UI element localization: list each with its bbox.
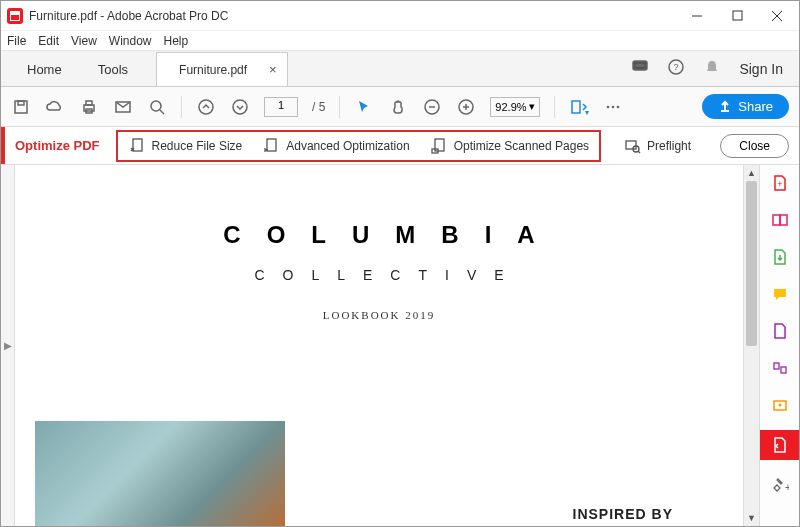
selection-icon[interactable] bbox=[354, 97, 374, 117]
svg-point-29 bbox=[616, 105, 619, 108]
menu-window[interactable]: Window bbox=[109, 34, 152, 48]
svg-text:+: + bbox=[785, 482, 789, 493]
main-toolbar: 1 / 5 92.9%▾ ▾ Share bbox=[1, 87, 799, 127]
svg-text:+: + bbox=[777, 179, 782, 189]
svg-point-7 bbox=[642, 64, 644, 66]
tab-tools[interactable]: Tools bbox=[80, 52, 146, 86]
menu-bar: File Edit View Window Help bbox=[1, 31, 799, 51]
svg-rect-41 bbox=[781, 367, 786, 373]
reduce-label: Reduce File Size bbox=[152, 139, 243, 153]
combine-icon[interactable] bbox=[768, 208, 792, 232]
minimize-button[interactable] bbox=[677, 2, 717, 30]
svg-point-18 bbox=[199, 100, 213, 114]
email-icon[interactable] bbox=[113, 97, 133, 117]
reduce-file-size-button[interactable]: Reduce File Size bbox=[118, 132, 253, 160]
upload-icon bbox=[718, 100, 732, 114]
doc-inspired-text: INSPIRED BY bbox=[573, 506, 673, 522]
sign-in-link[interactable]: Sign In bbox=[739, 61, 783, 77]
maximize-button[interactable] bbox=[717, 2, 757, 30]
svg-rect-38 bbox=[773, 215, 780, 225]
zoom-level[interactable]: 92.9%▾ bbox=[490, 97, 539, 117]
fit-width-icon[interactable]: ▾ bbox=[569, 97, 589, 117]
separator bbox=[339, 96, 340, 118]
menu-file[interactable]: File bbox=[7, 34, 26, 48]
svg-point-43 bbox=[778, 404, 781, 407]
svg-rect-11 bbox=[18, 101, 24, 105]
advanced-optimization-button[interactable]: Advanced Optimization bbox=[252, 132, 419, 160]
svg-rect-30 bbox=[133, 139, 142, 151]
menu-view[interactable]: View bbox=[71, 34, 97, 48]
svg-point-16 bbox=[151, 101, 161, 111]
svg-rect-25 bbox=[572, 101, 580, 113]
scroll-track[interactable] bbox=[744, 181, 759, 510]
page-up-icon[interactable] bbox=[196, 97, 216, 117]
close-optimize-button[interactable]: Close bbox=[720, 134, 789, 158]
svg-text:?: ? bbox=[674, 62, 679, 72]
app-icon bbox=[7, 8, 23, 24]
highlighted-options: Reduce File Size Advanced Optimization O… bbox=[116, 130, 602, 162]
svg-point-28 bbox=[611, 105, 614, 108]
svg-rect-1 bbox=[733, 11, 742, 20]
zoom-out-icon[interactable] bbox=[422, 97, 442, 117]
tab-document-label: Furniture.pdf bbox=[179, 63, 247, 77]
create-pdf-icon[interactable]: + bbox=[768, 171, 792, 195]
cloud-icon[interactable] bbox=[45, 97, 65, 117]
window-titlebar: Furniture.pdf - Adobe Acrobat Pro DC bbox=[1, 1, 799, 31]
menu-edit[interactable]: Edit bbox=[38, 34, 59, 48]
help-icon[interactable]: ? bbox=[667, 58, 685, 80]
protect-icon[interactable] bbox=[768, 393, 792, 417]
svg-point-27 bbox=[606, 105, 609, 108]
share-label: Share bbox=[738, 99, 773, 114]
more-tools-icon[interactable]: + bbox=[768, 473, 792, 497]
export-pdf-icon[interactable] bbox=[768, 245, 792, 269]
zoom-value: 92.9% bbox=[495, 101, 526, 113]
preflight-label: Preflight bbox=[647, 139, 691, 153]
doc-subtitle: LOOKBOOK 2019 bbox=[35, 309, 723, 321]
left-panel-toggle[interactable]: ▶ bbox=[1, 165, 15, 526]
optimize-pdf-tool-icon[interactable] bbox=[760, 430, 800, 460]
doc-image bbox=[35, 421, 285, 526]
close-tab-icon[interactable]: × bbox=[269, 62, 277, 77]
search-icon[interactable] bbox=[147, 97, 167, 117]
separator bbox=[554, 96, 555, 118]
svg-point-19 bbox=[233, 100, 247, 114]
scroll-up-icon[interactable]: ▲ bbox=[744, 165, 759, 181]
vertical-scrollbar[interactable]: ▲ ▼ bbox=[743, 165, 759, 526]
share-button[interactable]: Share bbox=[702, 94, 789, 119]
svg-rect-40 bbox=[774, 363, 779, 369]
comment-tool-icon[interactable] bbox=[768, 282, 792, 306]
document-view[interactable]: COLUMBIA COLLECTIVE LOOKBOOK 2019 INSPIR… bbox=[15, 165, 743, 526]
scroll-thumb[interactable] bbox=[746, 181, 757, 346]
right-tool-rail: + + bbox=[759, 165, 799, 526]
optimize-pdf-label: Optimize PDF bbox=[1, 127, 114, 164]
scroll-down-icon[interactable]: ▼ bbox=[744, 510, 759, 526]
page-down-icon[interactable] bbox=[230, 97, 250, 117]
save-icon[interactable] bbox=[11, 97, 31, 117]
tab-document[interactable]: Furniture.pdf × bbox=[156, 52, 288, 86]
notifications-icon[interactable] bbox=[703, 58, 721, 80]
more-icon[interactable] bbox=[603, 97, 623, 117]
svg-rect-39 bbox=[780, 215, 787, 225]
advanced-label: Advanced Optimization bbox=[286, 139, 409, 153]
page-number-input[interactable]: 1 bbox=[264, 97, 298, 117]
scanned-label: Optimize Scanned Pages bbox=[454, 139, 589, 153]
print-icon[interactable] bbox=[79, 97, 99, 117]
svg-rect-10 bbox=[15, 101, 27, 113]
close-button[interactable] bbox=[757, 2, 797, 30]
window-title: Furniture.pdf - Adobe Acrobat Pro DC bbox=[29, 9, 677, 23]
zoom-in-icon[interactable] bbox=[456, 97, 476, 117]
optimize-toolbar: Optimize PDF Reduce File Size Advanced O… bbox=[1, 127, 799, 165]
comment-icon[interactable] bbox=[631, 58, 649, 80]
preflight-button[interactable]: Preflight bbox=[613, 132, 701, 160]
organize-icon[interactable] bbox=[768, 319, 792, 343]
menu-help[interactable]: Help bbox=[164, 34, 189, 48]
svg-rect-31 bbox=[267, 139, 276, 151]
redact-icon[interactable] bbox=[768, 356, 792, 380]
hand-icon[interactable] bbox=[388, 97, 408, 117]
tab-home[interactable]: Home bbox=[9, 52, 80, 86]
svg-rect-13 bbox=[86, 101, 92, 105]
optimize-scanned-button[interactable]: Optimize Scanned Pages bbox=[420, 132, 599, 160]
svg-point-6 bbox=[639, 64, 641, 66]
svg-line-17 bbox=[160, 110, 164, 114]
svg-rect-34 bbox=[626, 141, 636, 149]
